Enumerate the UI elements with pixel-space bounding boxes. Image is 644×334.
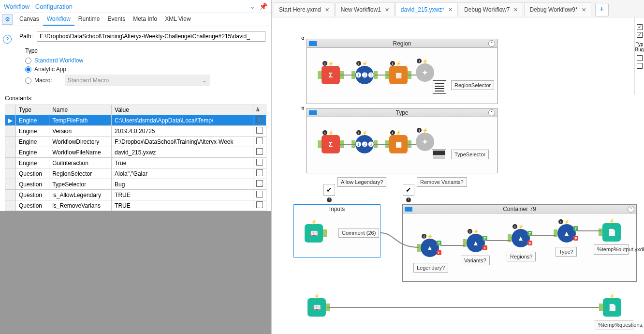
doc-tab-2[interactable]: david_215.yxwz*✕ [395, 2, 458, 16]
close-icon[interactable]: ✕ [513, 7, 518, 13]
constants-table[interactable]: Type Name Value # ▶ Engine TempFilePath … [5, 105, 266, 211]
filter-tool-regions[interactable]: TF▲ [512, 229, 530, 247]
filter-tool-type[interactable]: TF▲ [557, 224, 576, 243]
collapse-icon[interactable]: ⌃ [628, 206, 634, 213]
table-row[interactable]: Question is_AllowLegendary TRUE [5, 190, 266, 200]
connector [327, 307, 602, 308]
table-row[interactable]: Engine WorkflowFileName david_215.yxwz [5, 147, 266, 158]
strip-checkbox[interactable] [637, 63, 643, 69]
tab-canvas[interactable]: Canvas [15, 13, 43, 26]
info-icon: i [406, 197, 411, 202]
doc-tab-0[interactable]: Start Here.yxmd✕ [274, 2, 335, 16]
table-row[interactable]: Question TypeSelector Bug [5, 179, 266, 190]
label-macro[interactable]: Macro: [34, 77, 52, 84]
strip-bug: Bug [635, 47, 644, 52]
checkbox-tool-variants[interactable]: ✔ [403, 184, 414, 196]
output-tool-2[interactable]: 📄 [603, 298, 621, 317]
gear-icon[interactable]: ⚙ [2, 14, 13, 25]
table-row[interactable]: Engine GuiInteraction True [5, 158, 266, 168]
connector [408, 144, 416, 145]
col-name[interactable]: Name [49, 105, 112, 115]
constants-label: Constants: [0, 92, 271, 105]
summarize-tool[interactable]: Σ [322, 66, 340, 84]
col-hash[interactable]: # [253, 105, 266, 115]
connector [486, 240, 511, 241]
panel-header: Workflow - Configuration ⌄ 📌 [0, 0, 271, 13]
radio-macro[interactable] [25, 77, 31, 84]
close-icon[interactable]: ✕ [582, 7, 586, 13]
tab-metainfo[interactable]: Meta Info [129, 13, 161, 26]
report-tool[interactable]: ▦ [389, 66, 408, 84]
doc-tab-4[interactable]: Debug Workflow9*✕ [524, 2, 591, 16]
col-type[interactable]: Type [16, 105, 49, 115]
collapse-icon[interactable]: ⌃ [488, 40, 495, 47]
filter-tool-variants[interactable]: TF▲ [467, 234, 485, 252]
strip-checkbox[interactable] [637, 32, 643, 38]
action-tool[interactable]: ✦ [416, 133, 434, 151]
container-79[interactable]: Container 79 ⌃ TF▲ Legendary? TF▲ Varian… [402, 204, 637, 282]
col-indicator [5, 105, 16, 115]
tab-runtime[interactable]: Runtime [74, 13, 104, 26]
table-row[interactable]: Question is_RemoveVarians TRUE [5, 200, 266, 211]
path-input[interactable] [37, 31, 265, 42]
add-tab-button[interactable]: + [595, 3, 609, 16]
info-icon: i [327, 197, 332, 202]
container-inputs[interactable]: Inputs 📖 Comment (26) [293, 204, 381, 258]
label-variants: Variants? [461, 256, 490, 265]
strip-checkbox[interactable] [637, 24, 643, 30]
chevron-down-icon[interactable]: ⌄ [249, 2, 255, 10]
container-region[interactable]: Region ⌃ Σ ❶❷❸ ▦ ✦ RegionSelector [307, 39, 498, 104]
radio-analytic[interactable] [25, 66, 31, 73]
label-analytic[interactable]: Analytic App [34, 66, 66, 73]
close-icon[interactable]: ✕ [448, 7, 453, 13]
tab-xmlview[interactable]: XML View [161, 13, 194, 26]
tab-events[interactable]: Events [104, 13, 130, 26]
input-tool[interactable]: 📖 [305, 224, 323, 243]
pin-icon[interactable]: 📌 [259, 2, 267, 10]
collapse-icon[interactable]: ⌃ [488, 109, 495, 116]
document-tabs: Start Here.yxmd✕ New Workflow1✕ david_21… [272, 0, 644, 17]
table-row[interactable]: Engine Version 2019.4.0.20725 [5, 126, 266, 137]
close-icon[interactable]: ✕ [325, 7, 329, 13]
radio-standard[interactable] [25, 58, 31, 64]
report-tool[interactable]: ▦ [389, 135, 408, 153]
dropdown-tool[interactable] [432, 150, 446, 160]
help-icon[interactable]: ? [3, 35, 12, 44]
panel-title: Workflow - Configuration [4, 3, 73, 10]
macro-placeholder: Standard Macro [68, 77, 109, 84]
chevron-down-icon: ⌄ [202, 77, 207, 84]
doc-tab-label: Debug Workflow9* [529, 6, 577, 13]
connector [374, 144, 389, 145]
action-tool[interactable]: ✦ [416, 63, 434, 82]
container-icon [309, 110, 317, 115]
canvas[interactable]: Region ⌃ Σ ❶❷❸ ▦ ✦ RegionSelector ↯ Type… [272, 17, 644, 334]
summarize-tool[interactable]: Σ [322, 135, 340, 153]
table-row[interactable]: Question RegionSelector Alola","Galar [5, 168, 266, 179]
label-typeselector: TypeSelector [451, 150, 489, 159]
connector [340, 144, 355, 145]
table-row[interactable]: Engine WorkflowDirectory F:\Dropbox\Data… [5, 137, 266, 147]
label-output2: %temp%questions.yxdb [595, 320, 633, 330]
select-tool[interactable]: ❶❷❸ [355, 135, 374, 153]
label-standard[interactable]: Standard Workflow [34, 57, 83, 64]
listbox-tool[interactable] [433, 80, 446, 94]
label-allow-legendary: Allow Legendary? [337, 177, 386, 187]
label-comment: Comment (26) [338, 228, 379, 238]
doc-tab-1[interactable]: New Workflow1✕ [336, 2, 395, 16]
col-value[interactable]: Value [112, 105, 253, 115]
config-panel: Workflow - Configuration ⌄ 📌 ⚙ Canvas Wo… [0, 0, 272, 334]
strip-checkbox[interactable] [637, 55, 643, 61]
select-tool[interactable]: ❶❷❸ [355, 66, 374, 84]
tab-workflow[interactable]: Workflow [43, 13, 74, 26]
workflow-canvas-panel: Start Here.yxmd✕ New Workflow1✕ david_21… [272, 0, 644, 334]
input-tool-bottom[interactable]: 📖 [307, 298, 326, 317]
doc-tab-3[interactable]: Debug Workflow7✕ [459, 2, 524, 16]
container-type[interactable]: Type ⌃ Σ ❶❷❸ ▦ ✦ TypeSelector [307, 108, 498, 173]
checkbox-tool-legendary[interactable]: ✔ [323, 184, 335, 196]
close-icon[interactable]: ✕ [385, 7, 389, 13]
config-toolbar: ⚙ Canvas Workflow Runtime Events Meta In… [0, 13, 271, 26]
output-tool-1[interactable]: 📄 [602, 223, 621, 242]
filter-tool-legendary[interactable]: TF▲ [421, 239, 439, 257]
table-row[interactable]: ▶ Engine TempFilePath C:\Users\dsmda\App… [5, 115, 266, 126]
wrench-icon: ↯ [301, 36, 305, 41]
